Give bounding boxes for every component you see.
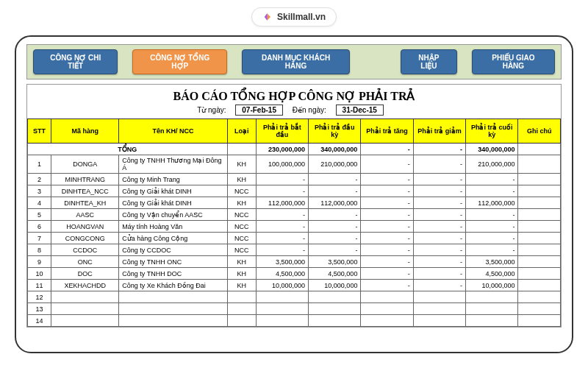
cell[interactable]: 3,500,000 [256,256,308,268]
nav-customers[interactable]: DANH MỤC KHÁCH HÀNG [242,49,350,74]
cell[interactable]: HOANGVAN [51,221,119,233]
nav-detail[interactable]: CÔNG NỢ CHI TIẾT [33,49,118,74]
cell[interactable]: KH [227,256,256,268]
cell[interactable] [518,280,561,291]
cell[interactable]: Công ty Giải khát DINH [119,197,227,209]
nav-delivery[interactable]: PHIẾU GIAO HÀNG [472,49,555,74]
cell[interactable]: ONC [51,256,119,268]
cell[interactable]: - [413,268,465,280]
cell[interactable]: - [361,155,413,174]
cell[interactable]: Công ty TNHH DOC [119,268,227,280]
cell[interactable]: - [309,221,361,233]
cell[interactable] [518,185,561,197]
cell[interactable]: - [361,233,413,244]
cell[interactable]: - [466,185,518,197]
cell[interactable]: 3,500,000 [309,256,361,268]
cell[interactable] [227,303,256,315]
cell[interactable]: NCC [227,233,256,244]
to-date-input[interactable]: 31-Dec-15 [336,105,384,116]
cell[interactable]: - [413,209,465,221]
cell[interactable]: - [466,174,518,185]
cell[interactable] [518,291,561,303]
cell[interactable] [466,303,518,315]
cell[interactable]: - [413,244,465,256]
cell[interactable]: - [256,244,308,256]
cell[interactable]: 10,000,000 [256,280,308,291]
cell[interactable]: 9 [28,256,51,268]
cell[interactable]: 12 [28,291,51,303]
cell[interactable] [51,291,119,303]
cell[interactable]: - [361,221,413,233]
cell[interactable]: - [361,280,413,291]
cell[interactable] [361,303,413,315]
cell[interactable]: Công ty TNHH Thương Mại Đông Á [119,155,227,174]
cell[interactable] [518,256,561,268]
cell[interactable]: 7 [28,233,51,244]
cell[interactable] [518,268,561,280]
cell[interactable]: AASC [51,209,119,221]
cell[interactable]: NCC [227,209,256,221]
cell[interactable]: - [361,197,413,209]
cell[interactable]: - [256,221,308,233]
cell[interactable] [518,209,561,221]
cell[interactable] [466,315,518,327]
cell[interactable]: KH [227,155,256,174]
cell[interactable]: - [413,280,465,291]
cell[interactable]: - [309,174,361,185]
cell[interactable]: 1 [28,155,51,174]
cell[interactable]: 5 [28,209,51,221]
cell[interactable] [518,233,561,244]
cell[interactable]: - [256,233,308,244]
cell[interactable]: - [309,185,361,197]
cell[interactable] [256,291,308,303]
cell[interactable] [413,315,465,327]
cell[interactable]: - [466,209,518,221]
cell[interactable]: - [256,209,308,221]
cell[interactable]: - [361,209,413,221]
cell[interactable]: - [309,209,361,221]
cell[interactable]: 3 [28,185,51,197]
cell[interactable]: 4,500,000 [256,268,308,280]
cell[interactable]: Công ty Xe Khách Đồng Đai [119,280,227,291]
cell[interactable]: 10,000,000 [466,280,518,291]
cell[interactable] [227,315,256,327]
cell[interactable] [518,315,561,327]
cell[interactable]: NCC [227,185,256,197]
cell[interactable]: NCC [227,244,256,256]
cell[interactable]: - [309,244,361,256]
cell[interactable] [119,303,227,315]
nav-summary[interactable]: CÔNG NỢ TỔNG HỢP [132,49,227,74]
cell[interactable]: 10 [28,268,51,280]
cell[interactable]: 3,500,000 [466,256,518,268]
cell[interactable]: - [361,174,413,185]
cell[interactable]: 10,000,000 [309,280,361,291]
cell[interactable] [518,155,561,174]
cell[interactable] [518,244,561,256]
cell[interactable]: - [413,221,465,233]
cell[interactable]: 4,500,000 [309,268,361,280]
cell[interactable]: - [413,155,465,174]
cell[interactable] [413,303,465,315]
cell[interactable]: XEKHACHDD [51,280,119,291]
cell[interactable] [51,315,119,327]
cell[interactable] [413,291,465,303]
cell[interactable]: 8 [28,244,51,256]
cell[interactable]: MINHTRANG [51,174,119,185]
cell[interactable]: 2 [28,174,51,185]
cell[interactable]: KH [227,268,256,280]
cell[interactable]: Cửa hàng Công Cộng [119,233,227,244]
cell[interactable] [119,291,227,303]
cell[interactable]: - [413,256,465,268]
cell[interactable]: - [413,197,465,209]
cell[interactable] [518,197,561,209]
cell[interactable]: - [413,185,465,197]
cell[interactable]: 210,000,000 [466,155,518,174]
cell[interactable]: - [361,268,413,280]
cell[interactable]: Công ty TNHH ONC [119,256,227,268]
cell[interactable] [518,221,561,233]
cell[interactable] [361,291,413,303]
cell[interactable] [361,315,413,327]
cell[interactable]: DINHTEA_NCC [51,185,119,197]
cell[interactable]: - [466,221,518,233]
cell[interactable] [227,291,256,303]
